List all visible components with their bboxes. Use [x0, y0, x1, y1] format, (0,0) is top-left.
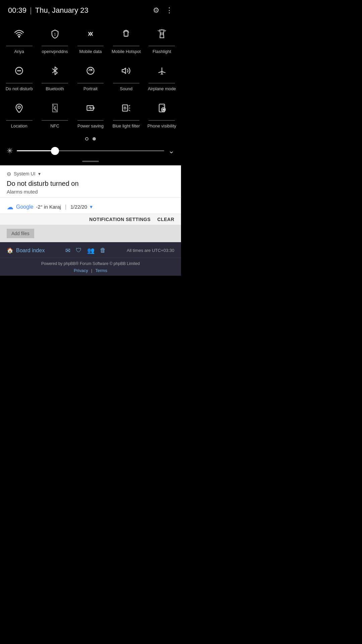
- svg-text:B: B: [124, 106, 126, 110]
- portrait-icon: [86, 66, 95, 78]
- qs-wifi[interactable]: Ariya: [1, 21, 37, 59]
- brightness-expand-icon[interactable]: ⌄: [168, 147, 174, 155]
- qs-sound[interactable]: Sound: [108, 59, 144, 96]
- status-bar: 00:39 | Thu, January 23 ⚙ ⋮: [0, 0, 181, 19]
- blue-light-icon: B: [121, 103, 131, 115]
- time: 00:39: [8, 6, 26, 15]
- mobile-data-icon-wrap: [82, 27, 99, 43]
- power-saving-icon-wrap: [82, 101, 99, 117]
- qs-airplane-label: Airplane mode: [148, 86, 176, 92]
- notif-app-name: System UI: [14, 171, 36, 176]
- separator: |: [30, 6, 32, 15]
- board-index-label: Board index: [16, 248, 45, 254]
- vpn-icon-wrap: 1: [47, 27, 63, 43]
- notification-settings-button[interactable]: NOTIFICATION SETTINGS: [89, 217, 150, 222]
- shield-icon: 1: [50, 29, 60, 41]
- svg-line-5: [158, 30, 159, 31]
- sound-icon: [121, 66, 131, 78]
- google-pipe: |: [65, 204, 66, 210]
- nfc-icon: [50, 103, 60, 115]
- forum-icons: ✉ 🛡 👥 🗑: [65, 247, 106, 254]
- users-icon[interactable]: 👥: [87, 247, 95, 254]
- blue-light-icon-wrap: B: [118, 101, 134, 117]
- qs-power-saving[interactable]: Power saving: [73, 96, 108, 133]
- portrait-icon-wrap: [82, 64, 99, 80]
- clear-button[interactable]: CLEAR: [157, 217, 174, 222]
- status-icons: ⚙ ⋮: [153, 6, 173, 15]
- settings-icon[interactable]: ⚙: [153, 6, 160, 15]
- quick-settings-panel: Ariya 1 openvpnddns Mobile data: [0, 19, 181, 165]
- qs-vpn-label: openvpnddns: [42, 49, 68, 55]
- qs-portrait-label: Portrait: [83, 86, 98, 92]
- footer-text: Powered by phpBB® Forum Software © phpBB…: [7, 261, 174, 266]
- google-weather-card: ☁ Google -2° in Karaj | 1/22/20 ▾: [0, 198, 181, 214]
- dnd-icon: [14, 66, 24, 78]
- notifications-panel: ⊖ System UI ▾ Do not disturb turned on A…: [0, 165, 181, 225]
- shield-forum-icon[interactable]: 🛡: [76, 247, 82, 254]
- notif-subtitle: Alarms muted: [7, 189, 174, 195]
- notification-actions: NOTIFICATION SETTINGS CLEAR: [0, 214, 181, 225]
- footer-sep: |: [91, 268, 92, 273]
- more-icon[interactable]: ⋮: [166, 6, 173, 15]
- google-expand-icon[interactable]: ▾: [90, 204, 93, 210]
- page-dot-1[interactable]: [85, 137, 88, 141]
- qs-flashlight[interactable]: Flashlight: [144, 21, 180, 59]
- mail-icon[interactable]: ✉: [65, 247, 70, 254]
- privacy-link[interactable]: Privacy: [74, 268, 88, 273]
- qs-vpn[interactable]: 1 openvpnddns: [37, 21, 72, 59]
- brightness-icon: ✳: [7, 147, 13, 155]
- brightness-slider[interactable]: [17, 147, 164, 155]
- qs-blue-light[interactable]: B Blue light filter: [108, 96, 144, 133]
- airplane-icon: [157, 66, 167, 78]
- home-icon: 🏠: [7, 247, 13, 254]
- wifi-icon-wrap: [11, 27, 27, 43]
- notification-dnd: ⊖ System UI ▾ Do not disturb turned on A…: [0, 165, 181, 198]
- qs-airplane[interactable]: Airplane mode: [144, 59, 180, 96]
- qs-portrait[interactable]: Portrait: [73, 59, 108, 96]
- svg-point-13: [18, 106, 20, 108]
- svg-marker-12: [122, 68, 126, 73]
- trash-icon[interactable]: 🗑: [100, 247, 106, 254]
- qs-sound-label: Sound: [120, 86, 133, 92]
- brightness-track: [17, 150, 164, 151]
- drag-handle[interactable]: [0, 159, 181, 165]
- wifi-icon: [14, 29, 24, 41]
- airplane-icon-wrap: [154, 64, 170, 80]
- qs-flashlight-label: Flashlight: [153, 49, 171, 55]
- qs-location-label: Location: [11, 123, 27, 129]
- board-index-link[interactable]: 🏠 Board index: [7, 247, 45, 254]
- notif-dropdown-icon[interactable]: ▾: [38, 171, 41, 176]
- google-row: ☁ Google -2° in Karaj | 1/22/20 ▾: [7, 203, 174, 211]
- dnd-icon-wrap: [11, 64, 27, 80]
- qs-location[interactable]: Location: [1, 96, 37, 133]
- terms-link[interactable]: Terms: [96, 268, 107, 273]
- google-date: 1/22/20: [70, 204, 87, 210]
- cloud-icon: ☁: [7, 203, 13, 211]
- timezone-label: All times are UTC+03:30: [127, 248, 174, 253]
- qs-mobile-data[interactable]: Mobile data: [73, 21, 108, 59]
- brightness-row: ✳ ⌄: [0, 143, 181, 159]
- qs-row-2: Do not disturb Bluetooth Portrait: [0, 59, 181, 96]
- svg-line-6: [165, 30, 166, 31]
- brightness-thumb[interactable]: [51, 147, 59, 155]
- qs-power-saving-label: Power saving: [77, 123, 104, 129]
- google-temp: -2° in Karaj: [36, 204, 61, 210]
- qs-phone-visibility[interactable]: Phone visibility: [144, 96, 180, 133]
- qs-nfc[interactable]: NFC: [37, 96, 72, 133]
- page-dots: [0, 133, 181, 143]
- qs-row-3: Location NFC Power saving B: [0, 96, 181, 133]
- power-saving-icon: [86, 103, 95, 115]
- qs-hotspot[interactable]: Mobile Hotspot: [108, 21, 144, 59]
- hotspot-icon-wrap: [118, 27, 134, 43]
- qs-wifi-label: Ariya: [14, 49, 24, 55]
- qs-dnd[interactable]: Do not disturb: [1, 59, 37, 96]
- add-files-button[interactable]: Add files: [7, 229, 34, 238]
- mobile-data-icon: [86, 29, 95, 41]
- qs-bluetooth[interactable]: Bluetooth: [37, 59, 72, 96]
- svg-text:1: 1: [54, 32, 56, 36]
- phone-visibility-icon: [157, 103, 167, 115]
- phone-visibility-icon-wrap: [154, 101, 170, 117]
- qs-nfc-label: NFC: [50, 123, 59, 129]
- page-dot-2[interactable]: [93, 137, 96, 141]
- google-label: Google: [16, 204, 34, 210]
